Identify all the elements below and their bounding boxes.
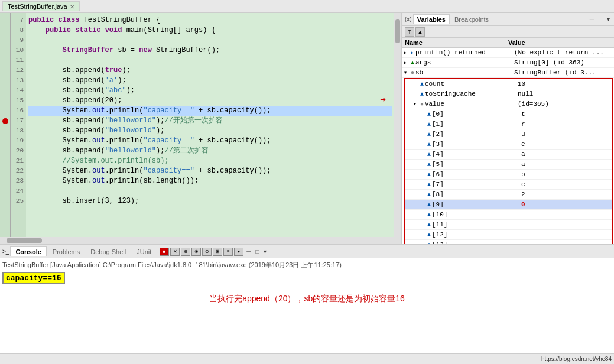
var-name: args bbox=[415, 59, 514, 66]
field-icon: ▲ bbox=[427, 222, 431, 228]
field-icon: ▲ bbox=[427, 161, 431, 168]
console-note: 当执行完append（20），sb的容量还是为初始容量16 bbox=[2, 294, 612, 304]
var-row-sb[interactable]: ▾ ● sb StringBuffer (id=3... bbox=[402, 68, 614, 78]
var-row-println[interactable]: ▸ ▸ println() returned (No explicit retu… bbox=[402, 48, 614, 58]
console-btn3[interactable]: ⊙ bbox=[202, 248, 212, 256]
code-line-19: System.out.println("capacity==" + sb.cap… bbox=[28, 136, 392, 146]
console-btn2[interactable]: ⊗ bbox=[191, 248, 201, 256]
tab-breakpoints[interactable]: Breakpoints bbox=[451, 15, 492, 24]
console-menu-icon[interactable]: ▾ bbox=[262, 248, 268, 256]
var-name: [4] bbox=[432, 151, 521, 158]
console-btn1[interactable]: ⊕ bbox=[181, 248, 190, 256]
arrow-right-icon: ➜ bbox=[380, 96, 386, 106]
var-name: [13] bbox=[432, 241, 521, 244]
var-row-8[interactable]: ▲ [8] 2 bbox=[405, 190, 612, 200]
var-value-count: 10 bbox=[518, 80, 610, 87]
field-icon: ▲ bbox=[427, 242, 431, 245]
collapse-icon[interactable]: ▲ bbox=[415, 27, 425, 37]
var-name: println() returned bbox=[415, 49, 514, 56]
var-row-5[interactable]: ▲ [5] a bbox=[405, 160, 612, 170]
code-line-21: //System.out.println(sb); bbox=[28, 156, 392, 166]
var-name: [7] bbox=[432, 181, 521, 188]
maximize-icon[interactable]: □ bbox=[597, 15, 604, 23]
field-icon: ▲ bbox=[427, 171, 431, 178]
code-line-11 bbox=[28, 56, 392, 66]
minimize-icon[interactable]: ─ bbox=[588, 15, 596, 23]
console-path: TestStringBuffer [Java Application] C:\P… bbox=[2, 261, 612, 269]
red-border-section: ▲ count 10 ▲ toStringCache null ▾ bbox=[404, 78, 613, 244]
variables-tab-icon: (x) bbox=[405, 16, 412, 22]
editor-h-scrollbar[interactable] bbox=[0, 237, 401, 244]
var-value: t bbox=[521, 110, 610, 118]
var-row-7[interactable]: ▲ [7] c bbox=[405, 180, 612, 190]
var-name: [0] bbox=[432, 110, 521, 118]
variables-toolbar: T ▲ bbox=[402, 26, 614, 38]
var-name: [8] bbox=[432, 191, 521, 198]
var-value: r bbox=[521, 121, 610, 128]
tab-variables[interactable]: Variables bbox=[413, 14, 450, 24]
editor-scrollbar[interactable] bbox=[394, 13, 401, 237]
console-btn5[interactable]: ≡ bbox=[223, 248, 233, 256]
var-name: [1] bbox=[432, 121, 521, 128]
panel-tab-bar: (x) Variables Breakpoints ─ □ ▾ bbox=[402, 13, 614, 26]
var-row-2[interactable]: ▲ [2] u bbox=[405, 129, 612, 139]
tab-debug-shell[interactable]: Debug Shell bbox=[86, 247, 131, 256]
var-row-11[interactable]: ▲ [11] bbox=[405, 220, 612, 230]
code-line-24 bbox=[28, 186, 392, 196]
panel-menu-icon[interactable]: ▾ bbox=[605, 15, 612, 23]
var-row-tostringcache[interactable]: ▲ toStringCache null bbox=[405, 89, 612, 99]
var-name: sb bbox=[415, 69, 514, 76]
stop-icon[interactable]: ■ bbox=[160, 248, 169, 256]
var-row-10[interactable]: ▲ [10] bbox=[405, 210, 612, 220]
field-icon: ▲ bbox=[427, 191, 431, 198]
code-line-7: public class TestStringBuffer { bbox=[28, 15, 392, 25]
close-icon[interactable]: ✕ bbox=[70, 4, 74, 10]
var-value: c bbox=[521, 181, 610, 188]
console-maximize-icon[interactable]: □ bbox=[254, 248, 261, 256]
var-row-0[interactable]: ▲ [0] t bbox=[405, 109, 612, 119]
var-value: 2 bbox=[521, 191, 610, 198]
tab-junit[interactable]: JUnit bbox=[132, 247, 156, 256]
var-value: u bbox=[521, 131, 610, 138]
console-output-box: capacity==16 bbox=[2, 272, 65, 284]
var-name: [6] bbox=[432, 171, 521, 178]
console-minimize-icon[interactable]: ─ bbox=[245, 248, 252, 256]
var-row-value[interactable]: ▾ ● value (id=365) bbox=[405, 99, 612, 109]
var-row-6[interactable]: ▲ [6] b bbox=[405, 170, 612, 180]
var-name: [3] bbox=[432, 141, 521, 148]
console-btn4[interactable]: ⊞ bbox=[213, 248, 222, 256]
show-type-icon[interactable]: T bbox=[405, 27, 414, 37]
console-tab-icon: >_ bbox=[2, 248, 9, 255]
code-line-8: public static void main(String[] args) { bbox=[28, 25, 392, 35]
code-line-25: sb.insert(3, 123); bbox=[28, 196, 392, 206]
field-icon: ▲ bbox=[427, 141, 431, 148]
field-icon: ▲ bbox=[420, 91, 424, 98]
var-row-3[interactable]: ▲ [3] e bbox=[405, 139, 612, 150]
editor-tab[interactable]: TestStringBuffer.java ✕ bbox=[2, 1, 80, 11]
field-icon: ▲ bbox=[427, 131, 431, 138]
var-row-4[interactable]: ▲ [4] a bbox=[405, 150, 612, 160]
var-value: a bbox=[521, 161, 610, 168]
field-icon: ▲ bbox=[427, 111, 431, 118]
expand-icon: ▾ bbox=[413, 100, 420, 108]
var-row-13[interactable]: ▲ [13] bbox=[405, 240, 612, 244]
var-name: [12] bbox=[432, 231, 521, 238]
var-row-count[interactable]: ▲ count 10 bbox=[405, 79, 612, 89]
var-row-9[interactable]: ▲ [9] 0 bbox=[405, 200, 612, 210]
console-btn6[interactable]: ▸ bbox=[234, 248, 243, 256]
code-line-20: sb.append("helloworld");//第二次扩容 bbox=[28, 146, 392, 156]
var-row-args[interactable]: ▸ ▲ args String[0] (id=363) bbox=[402, 58, 614, 68]
code-line-13: sb.append('a'); bbox=[28, 76, 392, 86]
var-row-1[interactable]: ▲ [1] r bbox=[405, 119, 612, 129]
code-line-9 bbox=[28, 35, 392, 46]
var-name: [11] bbox=[432, 221, 521, 228]
tab-problems[interactable]: Problems bbox=[48, 247, 85, 256]
name-column-header: Name bbox=[405, 39, 508, 46]
tab-console[interactable]: Console bbox=[10, 246, 46, 256]
status-bar: https://blog.csdn.net/yhc84 bbox=[0, 353, 614, 364]
field-icon: ▲ bbox=[420, 81, 424, 87]
terminate-icon[interactable]: ✕ bbox=[170, 248, 180, 256]
code-editor: 7 8 9 10 11 12 13 14 15 16 17 18 19 20 2… bbox=[0, 13, 402, 244]
code-line-16: System.out.println("capacity==" + sb.cap… bbox=[28, 106, 392, 116]
var-row-12[interactable]: ▲ [12] bbox=[405, 230, 612, 240]
